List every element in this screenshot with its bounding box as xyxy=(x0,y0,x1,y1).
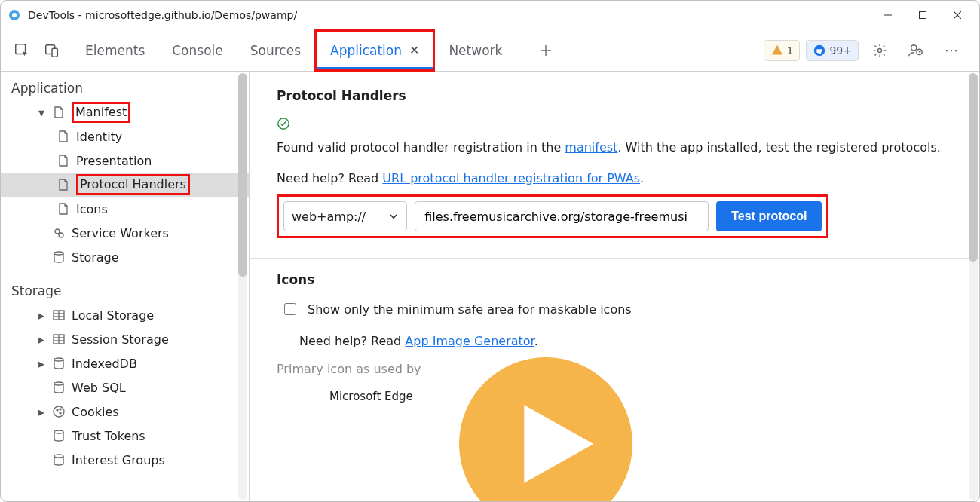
devtools-window: DevTools - microsoftedge.github.io/Demos… xyxy=(0,0,980,502)
sidebar-item-indexeddb[interactable]: ▸ IndexedDB xyxy=(1,351,249,375)
gears-icon xyxy=(52,226,66,240)
sidebar-item-session-storage[interactable]: ▸ Session Storage xyxy=(1,327,249,351)
add-tab-icon[interactable] xyxy=(531,35,561,66)
devtools-favicon xyxy=(8,9,20,21)
close-icon[interactable]: ✕ xyxy=(409,43,419,57)
tab-console[interactable]: Console xyxy=(158,29,237,72)
manifest-link[interactable]: manifest xyxy=(565,140,617,155)
section-protocol-handlers: Protocol Handlers xyxy=(277,88,952,103)
check-circle-icon xyxy=(277,117,290,130)
main-scrollbar-thumb[interactable] xyxy=(969,73,978,262)
sidebar-item-presentation[interactable]: Presentation xyxy=(1,148,249,173)
sidebar-item-icons[interactable]: Icons xyxy=(1,197,249,221)
file-icon xyxy=(57,154,70,167)
svg-point-27 xyxy=(54,382,63,385)
section-icons: Icons xyxy=(277,272,952,287)
file-icon xyxy=(52,106,66,119)
window-maximize[interactable] xyxy=(905,3,940,27)
sidebar-item-local-storage[interactable]: ▸ Local Storage xyxy=(1,303,249,327)
status-text-post: . With the app installed, test the regis… xyxy=(617,140,940,155)
svg-point-15 xyxy=(55,229,60,234)
svg-point-33 xyxy=(54,455,63,458)
sidebar-item-identity[interactable]: Identity xyxy=(1,124,249,148)
svg-point-32 xyxy=(54,430,63,433)
protocol-select[interactable]: web+amp:// xyxy=(283,201,407,231)
file-icon xyxy=(57,178,70,191)
app-primary-icon xyxy=(459,357,632,501)
sidebar-item-manifest[interactable]: ▾ Manifest xyxy=(1,100,249,124)
protocol-help: Need help? Read URL protocol handler reg… xyxy=(277,171,952,185)
url-input[interactable] xyxy=(415,201,709,231)
tab-sources[interactable]: Sources xyxy=(237,29,314,72)
section-divider xyxy=(250,258,979,259)
sidebar-item-protocol-handlers[interactable]: Protocol Handlers xyxy=(1,173,249,197)
sidebar: Application ▾ Manifest Identity Presenta… xyxy=(1,72,250,501)
window-minimize[interactable] xyxy=(871,3,905,27)
sidebar-item-interest-groups[interactable]: ▸ Interest Groups xyxy=(1,448,249,472)
highlight-application-tab: Application ✕ xyxy=(314,29,435,72)
more-menu-icon[interactable]: ⋯ xyxy=(937,35,967,66)
test-protocol-button[interactable]: Test protocol xyxy=(716,201,822,231)
sidebar-group-application: Application xyxy=(1,72,249,100)
body: Application ▾ Manifest Identity Presenta… xyxy=(1,72,979,501)
titlebar: DevTools - microsoftedge.github.io/Demos… xyxy=(1,1,979,29)
sidebar-item-service-workers[interactable]: ▸ Service Workers xyxy=(1,221,249,245)
sidebar-group-storage: Storage xyxy=(1,274,249,303)
feedback-icon[interactable] xyxy=(901,35,931,66)
svg-point-28 xyxy=(54,406,64,417)
device-emulation-icon[interactable] xyxy=(37,35,67,66)
svg-point-17 xyxy=(54,252,63,255)
svg-point-12 xyxy=(878,48,882,52)
svg-point-13 xyxy=(911,44,917,50)
warnings-badge[interactable]: 1 xyxy=(764,40,801,61)
inspect-element-icon[interactable] xyxy=(7,35,37,66)
svg-point-16 xyxy=(59,233,63,237)
main-panel: Protocol Handlers Found valid protocol h… xyxy=(250,72,979,501)
sidebar-item-trust-tokens[interactable]: ▸ Trust Tokens xyxy=(1,424,249,448)
database-icon xyxy=(52,429,66,442)
cookie-icon xyxy=(52,405,66,418)
sidebar-item-cookies[interactable]: ▸ Cookies xyxy=(1,399,249,424)
sidebar-item-web-sql[interactable]: ▸ Web SQL xyxy=(1,375,249,399)
maskable-checkbox-label: Show only the minimum safe area for mask… xyxy=(308,302,632,317)
window-title: DevTools - microsoftedge.github.io/Demos… xyxy=(28,9,297,21)
help-link-protocol[interactable]: URL protocol handler registration for PW… xyxy=(382,171,640,185)
highlight-manifest: Manifest xyxy=(72,102,130,123)
svg-point-29 xyxy=(57,409,58,411)
svg-point-31 xyxy=(60,409,61,410)
chevron-down-icon xyxy=(388,211,399,222)
help-link-icons[interactable]: App Image Generator xyxy=(405,334,534,348)
chevron-right-icon: ▸ xyxy=(37,357,46,371)
file-icon xyxy=(57,130,70,143)
highlight-form: web+amp:// Test protocol xyxy=(277,194,828,238)
table-icon xyxy=(52,332,66,346)
svg-point-1 xyxy=(12,13,17,17)
tab-network[interactable]: Network xyxy=(435,29,516,72)
svg-point-26 xyxy=(54,358,63,361)
issues-badge[interactable]: 99+ xyxy=(806,40,859,61)
primary-icon-label: Primary icon as used by xyxy=(277,362,421,376)
tab-application[interactable]: Application ✕ xyxy=(317,32,433,69)
file-icon xyxy=(57,202,70,216)
sidebar-scrollbar-thumb[interactable] xyxy=(238,73,247,277)
svg-rect-3 xyxy=(920,11,926,18)
svg-point-30 xyxy=(60,412,61,414)
icons-help: Need help? Read App Image Generator. xyxy=(299,334,952,348)
status-text-pre: Found valid protocol handler registratio… xyxy=(277,140,565,155)
browser-name: Microsoft Edge xyxy=(329,390,421,403)
sidebar-item-storage[interactable]: ▸ Storage xyxy=(1,245,249,269)
window-close[interactable] xyxy=(940,3,975,27)
chevron-down-icon: ▾ xyxy=(37,106,46,120)
database-icon xyxy=(52,453,66,467)
tab-elements[interactable]: Elements xyxy=(72,29,158,72)
maskable-checkbox[interactable] xyxy=(284,303,296,315)
tabbar: Elements Console Sources Application ✕ N… xyxy=(1,29,979,72)
protocol-status: Found valid protocol handler registratio… xyxy=(277,114,952,158)
table-icon xyxy=(52,308,66,322)
database-icon xyxy=(52,357,66,370)
settings-gear-icon[interactable] xyxy=(865,35,895,66)
maskable-checkbox-row[interactable]: Show only the minimum safe area for mask… xyxy=(281,298,952,320)
highlight-protocol-handlers: Protocol Handlers xyxy=(76,174,190,195)
chevron-right-icon: ▸ xyxy=(37,405,46,419)
storage-icon xyxy=(52,250,66,264)
